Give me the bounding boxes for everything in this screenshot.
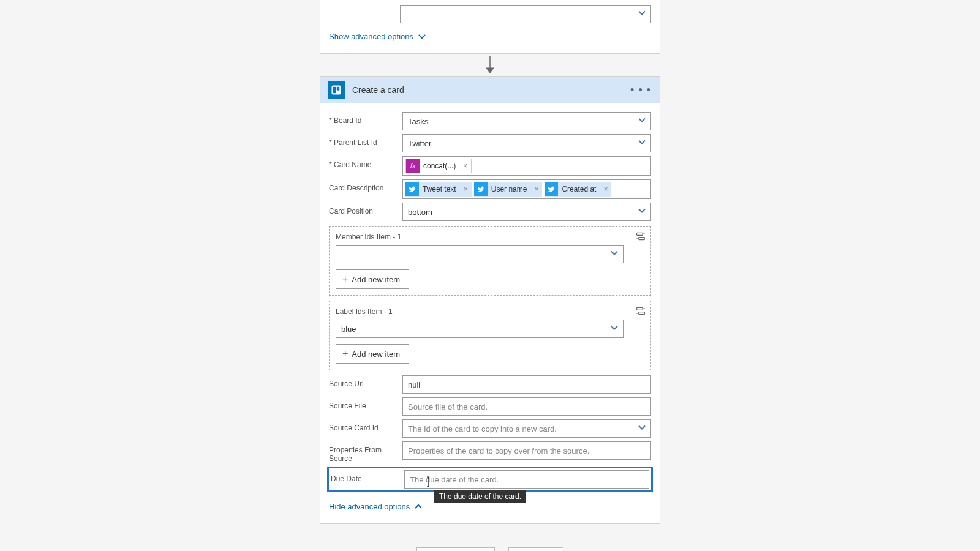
member-ids-label: Member Ids Item - 1: [336, 233, 644, 241]
action-title: Create a card: [352, 85, 404, 95]
chevron-down-icon: [611, 250, 618, 259]
twitter-icon: [405, 182, 419, 196]
add-label-label: Add new item: [352, 350, 400, 359]
svg-rect-3: [333, 87, 336, 94]
card-pos-select[interactable]: bottom: [402, 203, 651, 221]
chevron-up-icon: [415, 503, 422, 511]
source-url-input[interactable]: null: [402, 375, 651, 394]
source-url-value: null: [408, 380, 420, 389]
svg-rect-7: [637, 307, 643, 310]
board-id-value: Tasks: [408, 117, 428, 126]
svg-rect-5: [637, 233, 643, 235]
due-date-input[interactable]: The due date of the card.: [404, 470, 649, 489]
trello-icon: [328, 81, 345, 99]
source-card-id-select[interactable]: The Id of the card to copy into a new ca…: [402, 419, 651, 438]
chevron-down-icon: [418, 33, 426, 40]
twitter-token[interactable]: Tweet text ×: [405, 182, 472, 197]
previous-action-card: Show advanced options: [320, 0, 660, 54]
props-from-source-label: Properties From Source: [329, 441, 402, 463]
save-button[interactable]: Save: [508, 547, 564, 551]
twitter-icon: [545, 182, 558, 196]
hide-advanced-link[interactable]: Hide advanced options: [329, 498, 422, 515]
action-menu-button[interactable]: • • •: [630, 84, 651, 97]
action-header[interactable]: Create a card • • •: [320, 77, 660, 103]
props-from-source-input[interactable]: Properties of the card to copy over from…: [402, 441, 651, 460]
flow-arrow-connector: [483, 54, 497, 76]
label-ids-group: Label Ids Item - 1 blue + Add new item: [329, 301, 651, 370]
parent-list-id-select[interactable]: Twitter: [402, 134, 651, 152]
designer-footer: + New step Save: [320, 547, 660, 551]
plus-icon: +: [342, 274, 348, 285]
token-remove[interactable]: ×: [600, 185, 611, 193]
show-advanced-label: Show advanced options: [329, 32, 413, 41]
parent-list-id-value: Twitter: [408, 139, 431, 148]
chevron-down-icon: [638, 117, 646, 126]
token-remove[interactable]: ×: [460, 185, 472, 193]
fx-token-text: concat(...): [420, 162, 459, 170]
source-url-label: Source Url: [329, 375, 402, 388]
member-ids-select[interactable]: [336, 245, 624, 263]
token-remove[interactable]: ×: [530, 185, 542, 193]
token-text: Tweet text: [419, 185, 460, 193]
card-desc-label: Card Description: [329, 179, 402, 192]
parent-list-id-label: Parent List Id: [329, 134, 402, 147]
label-ids-value: blue: [341, 324, 356, 334]
board-id-select[interactable]: Tasks: [402, 112, 651, 130]
switch-array-icon[interactable]: [636, 231, 646, 243]
action-body: Board Id Tasks Parent List Id Twitter Ca…: [320, 103, 660, 523]
card-pos-label: Card Position: [329, 203, 402, 216]
card-name-label: Card Name: [329, 156, 402, 169]
label-ids-select[interactable]: blue: [336, 320, 624, 338]
prev-select[interactable]: [400, 5, 651, 23]
source-file-input[interactable]: Source file of the card.: [402, 397, 651, 416]
switch-array-icon[interactable]: [636, 306, 646, 318]
show-advanced-link[interactable]: Show advanced options: [329, 28, 426, 45]
new-step-button[interactable]: + New step: [417, 547, 495, 551]
create-card-action: Create a card • • • Board Id Tasks Paren…: [320, 76, 660, 524]
chevron-down-icon: [638, 10, 646, 19]
plus-icon: +: [342, 348, 348, 359]
board-id-label: Board Id: [329, 112, 402, 125]
source-card-id-label: Source Card Id: [329, 419, 402, 432]
card-desc-input[interactable]: Tweet text × User name × Created at ×: [402, 179, 651, 199]
chevron-down-icon: [611, 324, 618, 334]
twitter-token[interactable]: User name ×: [474, 182, 543, 197]
add-member-label: Add new item: [352, 275, 400, 284]
card-name-input[interactable]: fx concat(...) ×: [402, 156, 651, 176]
chevron-down-icon: [638, 139, 646, 148]
due-date-tooltip: The due date of the card.: [434, 490, 526, 503]
add-label-button[interactable]: + Add new item: [336, 344, 409, 364]
token-text: Created at: [558, 185, 600, 193]
svg-rect-4: [337, 87, 340, 91]
add-member-button[interactable]: + Add new item: [336, 269, 409, 289]
source-card-id-placeholder: The Id of the card to copy into a new ca…: [408, 424, 557, 433]
chevron-down-icon: [638, 424, 646, 433]
svg-rect-6: [639, 238, 645, 240]
props-from-source-placeholder: Properties of the card to copy over from…: [408, 446, 589, 455]
due-date-placeholder: The due date of the card.: [410, 475, 499, 484]
card-pos-value: bottom: [408, 208, 432, 217]
due-date-highlight: Due Date The due date of the card. The d…: [327, 467, 653, 492]
twitter-token[interactable]: Created at ×: [545, 182, 611, 197]
twitter-icon: [474, 182, 488, 196]
fx-icon: fx: [406, 159, 420, 173]
label-ids-label: Label Ids Item - 1: [336, 307, 644, 316]
source-file-label: Source File: [329, 397, 402, 410]
source-file-placeholder: Source file of the card.: [408, 402, 488, 411]
token-remove[interactable]: ×: [459, 162, 471, 170]
svg-rect-8: [639, 312, 645, 315]
chevron-down-icon: [638, 208, 646, 217]
token-text: User name: [488, 185, 531, 193]
due-date-label: Due Date: [331, 470, 404, 483]
hide-advanced-label: Hide advanced options: [329, 502, 410, 511]
member-ids-group: Member Ids Item - 1 + Add new item: [329, 226, 651, 296]
svg-marker-1: [486, 68, 494, 73]
fx-token[interactable]: fx concat(...) ×: [405, 159, 472, 173]
